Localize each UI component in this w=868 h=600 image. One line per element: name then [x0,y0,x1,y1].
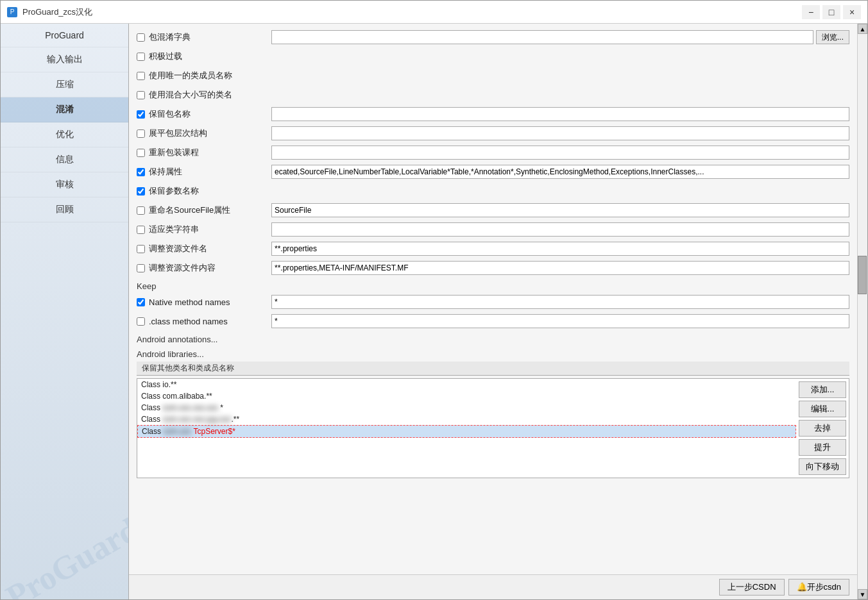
row-flatten-package: 展平包层次结构 [137,125,849,142]
cb-repackage[interactable] [137,149,145,157]
label-keep-params[interactable]: 保留参数名称 [137,185,271,197]
android-annotations-header: Android annotations... [137,335,849,344]
down-button[interactable]: 向下移动 [799,458,846,475]
cb-adapt-classes[interactable] [137,226,145,234]
cb-unique-member[interactable] [137,72,145,80]
sidebar-item-info[interactable]: 信息 [1,147,128,172]
input-rename-source[interactable] [271,203,849,217]
label-rename-source[interactable]: 重命名SourceFile属性 [137,204,271,216]
list-item[interactable]: Class io.** [137,379,796,390]
row-keep-params: 保留参数名称 [137,183,849,199]
cb-aggressive-overload[interactable] [137,53,145,61]
input-keep-attrs[interactable] [271,165,849,179]
sidebar-item-audit[interactable]: 审核 [1,172,128,197]
input-native-method[interactable] [271,295,849,309]
sidebar-item-review[interactable]: 回顾 [1,197,128,222]
cb-flatten-package[interactable] [137,129,145,138]
row-mixed-case: 使用混合大小写的类名 [137,87,849,103]
browse-button[interactable]: 浏览... [816,30,849,44]
list-item-selected[interactable]: Class com.zzz TcpServer$* [137,425,796,438]
input-flatten-package[interactable] [271,126,849,140]
label-adapt-resource-contents[interactable]: 调整资源文件内容 [137,262,271,274]
input-adapt-classes[interactable] [271,222,849,237]
row-aggressive-overload: 积极过载 [137,48,849,65]
label-unique-member[interactable]: 使用唯一的类成员名称 [137,70,271,81]
input-class-method[interactable] [271,314,849,328]
cb-native-method[interactable] [137,298,145,306]
selected-class-text: TcpServer$* [193,427,235,436]
main-window: P ProGuard_zcs汉化 − □ × ProGuard 输入输出 压缩 … [0,0,868,600]
label-keep-attrs[interactable]: 保持属性 [137,166,271,178]
row-keep-attrs: 保持属性 [137,163,849,180]
sidebar-item-compress[interactable]: 压缩 [1,72,128,97]
input-include-dict[interactable] [271,30,813,44]
input-adapt-resource-contents[interactable] [271,261,849,275]
up-button[interactable]: 提升 [799,439,846,456]
label-mixed-case[interactable]: 使用混合大小写的类名 [137,89,271,101]
cb-mixed-case[interactable] [137,91,145,99]
prev-button[interactable]: 上一步CSDN [719,579,785,596]
blurred-classname: com.zzz [163,427,191,436]
cb-keep-attrs[interactable] [137,168,145,176]
label-native-method[interactable]: Native method names [137,297,271,307]
label-adapt-classes[interactable]: 适应类字符串 [137,224,271,235]
sidebar-item-obfuscate[interactable]: 混淆 [1,97,128,122]
maximize-button[interactable]: □ [822,5,840,19]
native-method-label: Native method names [149,297,230,307]
preserve-buttons: 添加... 编辑... 去掉 提升 向下移动 [796,379,849,478]
label-adapt-resource-names[interactable]: 调整资源文件名 [137,243,271,254]
main-layout: ProGuard 输入输出 压缩 混淆 优化 信息 审核 回顾 ProGuard… [1,24,867,599]
row-class-method: .class method names [137,313,849,329]
next-button[interactable]: 🔔开步csdn [788,579,849,596]
row-rename-source: 重命名SourceFile属性 [137,202,849,219]
input-adapt-resource-names[interactable] [271,242,849,256]
sidebar-watermark: ProGuard [1,519,129,599]
sidebar: ProGuard 输入输出 压缩 混淆 优化 信息 审核 回顾 ProGuard [1,24,129,599]
label-include-dict[interactable]: 包混淆字典 [137,31,271,43]
cb-rename-source[interactable] [137,206,145,215]
cb-keep-package[interactable] [137,110,145,119]
label-class-method[interactable]: .class method names [137,317,271,326]
label-flatten-package[interactable]: 展平包层次结构 [137,128,271,139]
edit-button[interactable]: 编辑... [799,401,846,417]
window-title: ProGuard_zcs汉化 [22,6,802,18]
cb-class-method[interactable] [137,317,145,326]
row-adapt-resource-names: 调整资源文件名 [137,240,849,257]
content-area: 包混淆字典 浏览... 积极过载 [129,24,857,599]
scroll-thumb[interactable] [858,256,867,294]
label-aggressive-overload[interactable]: 积极过载 [137,51,271,62]
preserve-section: 保留其他类名和类成员名称 Class io.** Class com.aliba… [137,362,849,478]
android-libraries-header: Android libraries... [137,349,849,359]
label-repackage[interactable]: 重新包装课程 [137,147,271,158]
scroll-thumb-area [858,34,867,589]
input-keep-package[interactable] [271,107,849,121]
row-repackage: 重新包装课程 [137,144,849,161]
row-adapt-resource-contents: 调整资源文件内容 [137,260,849,276]
preserve-area: Class io.** Class com.alibaba.** Class c… [137,378,849,478]
keep-section: Keep Native method names .class m [137,281,849,329]
scrollbar-track[interactable]: ▲ ▼ [857,24,867,599]
row-adapt-classes: 适应类字符串 [137,221,849,238]
cb-include-dict[interactable] [137,33,145,42]
preserve-list: Class io.** Class com.alibaba.** Class c… [137,379,796,478]
cb-adapt-resource-names[interactable] [137,245,145,253]
list-item[interactable]: Class com.xxx.xxx.yyy.zzz.** [137,413,796,425]
scroll-up-button[interactable]: ▲ [858,24,867,34]
close-button[interactable]: × [843,5,861,19]
cb-adapt-resource-contents[interactable] [137,264,145,272]
add-button[interactable]: 添加... [799,381,846,398]
sidebar-item-proguard[interactable]: ProGuard [1,24,128,47]
list-item[interactable]: Class com.alibaba.** [137,390,796,402]
remove-button[interactable]: 去掉 [799,420,846,437]
row-unique-member: 使用唯一的类成员名称 [137,67,849,84]
list-item[interactable]: Class com.xxx.xxx.xxx * [137,402,796,413]
sidebar-item-io[interactable]: 输入输出 [1,47,128,72]
cb-keep-params[interactable] [137,187,145,196]
sidebar-item-optimize[interactable]: 优化 [1,122,128,147]
scroll-down-button[interactable]: ▼ [858,589,867,599]
window-controls: − □ × [802,5,861,19]
list-item-empty[interactable] [137,438,796,452]
label-keep-package[interactable]: 保留包名称 [137,108,271,120]
minimize-button[interactable]: − [802,5,820,19]
input-repackage[interactable] [271,146,849,160]
